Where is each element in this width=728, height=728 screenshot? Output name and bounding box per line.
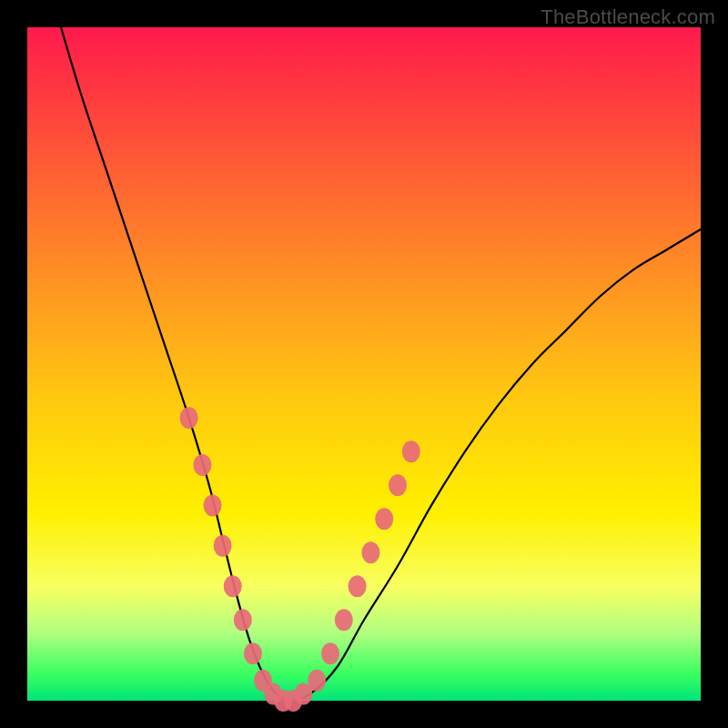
- marker-dot: [204, 494, 222, 516]
- chart-svg: [27, 27, 701, 701]
- marker-dot: [234, 609, 252, 631]
- marker-dot: [389, 474, 407, 496]
- plot-area: [27, 27, 701, 701]
- marker-dot: [402, 440, 420, 462]
- marker-dot: [308, 670, 326, 692]
- marker-dot: [375, 508, 393, 530]
- marker-dot: [335, 609, 353, 631]
- watermark-text: TheBottleneck.com: [541, 5, 715, 29]
- marker-dot: [214, 535, 232, 557]
- marker-dot: [193, 454, 211, 476]
- marker-dot: [321, 642, 339, 664]
- chart-frame: TheBottleneck.com: [0, 0, 728, 728]
- marker-dot: [361, 541, 379, 563]
- bottleneck-curve-path: [61, 27, 701, 701]
- marker-dot: [244, 642, 262, 664]
- marker-dot: [224, 575, 242, 597]
- marker-dot: [180, 407, 198, 429]
- marker-dot: [349, 575, 367, 597]
- marker-dots-group: [180, 407, 420, 712]
- curve-layer: [61, 27, 701, 701]
